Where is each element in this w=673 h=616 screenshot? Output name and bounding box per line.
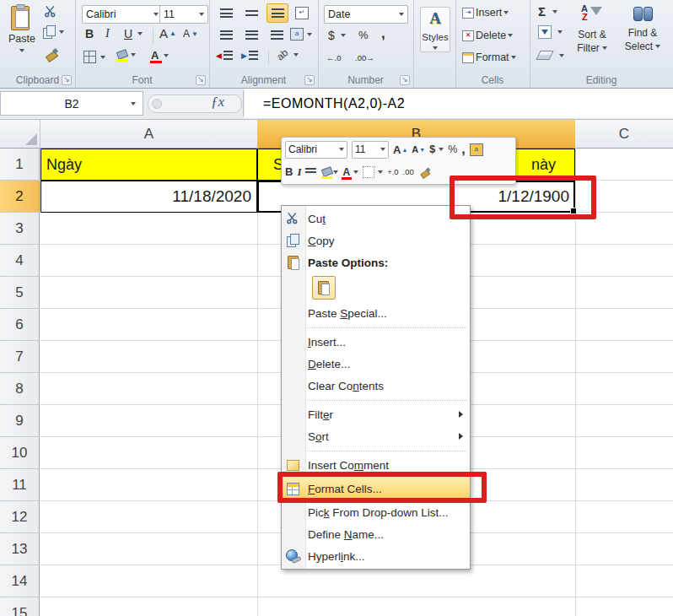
top-align-button[interactable] xyxy=(216,4,236,22)
mini-font-name-combo[interactable]: Calibri xyxy=(285,141,347,159)
copy-button[interactable] xyxy=(42,25,64,39)
name-box[interactable]: B2 xyxy=(0,91,143,116)
menu-item-paste-options[interactable]: Paste Options: xyxy=(282,251,470,273)
menu-item-paste-special[interactable]: Paste Special... xyxy=(282,302,470,324)
mini-format-painter-button[interactable] xyxy=(418,165,432,179)
paste-button[interactable]: Paste xyxy=(8,4,35,52)
cut-button[interactable] xyxy=(44,5,59,19)
clear-button[interactable] xyxy=(538,51,564,60)
row-header-1[interactable]: 1 xyxy=(0,149,40,181)
mini-grow-font-button[interactable]: A▲ xyxy=(393,143,407,156)
menu-item-copy[interactable]: Copy xyxy=(282,230,470,251)
row-header-5[interactable]: 5 xyxy=(0,277,40,309)
binoculars-icon xyxy=(632,5,654,22)
find-select-button[interactable]: Find & Select xyxy=(619,5,666,52)
paste-option-swatch[interactable] xyxy=(312,276,336,300)
number-format-combo[interactable]: Date xyxy=(324,5,408,24)
align-left-button[interactable] xyxy=(216,26,236,44)
menu-item-sort[interactable]: Sort xyxy=(282,425,470,447)
mini-increase-decimal-button[interactable]: +.0 xyxy=(387,167,398,176)
mini-percent-button[interactable]: % xyxy=(448,143,457,155)
menu-item-cut[interactable]: Cut xyxy=(282,208,470,230)
cell-a2[interactable]: 11/18/2020 xyxy=(40,181,257,213)
row-header-3[interactable]: 3 xyxy=(0,213,40,245)
increase-indent-button[interactable]: ▶ xyxy=(241,51,258,60)
formula-text: =EOMONTH(A2,0)-A2 xyxy=(263,96,405,111)
percent-style-button[interactable]: % xyxy=(358,29,369,41)
select-all-corner[interactable] xyxy=(0,120,40,149)
italic-button[interactable]: I xyxy=(105,27,110,41)
menu-item-pick-from-dropdown-list[interactable]: Pick From Drop-down List... xyxy=(282,501,470,523)
format-cells-ribbon-button[interactable]: Format xyxy=(462,51,516,63)
row-header-2[interactable]: 2 xyxy=(0,181,40,213)
menu-item-delete[interactable]: Delete... xyxy=(282,353,470,375)
font-dialog-launcher[interactable]: ↘ xyxy=(196,75,206,85)
accounting-format-button[interactable]: $ xyxy=(328,29,346,42)
decrease-decimal-button[interactable]: .00→ xyxy=(355,53,374,62)
delete-cells-button[interactable]: ✕ Delete xyxy=(462,30,513,41)
alignment-dialog-launcher[interactable]: ↘ xyxy=(304,75,315,85)
row-header-6[interactable]: 6 xyxy=(0,309,40,341)
font-name-combo[interactable]: Calibri xyxy=(82,5,163,24)
comma-style-button[interactable]: , xyxy=(381,25,385,42)
mini-fill-color-button[interactable] xyxy=(320,166,338,178)
row-header-13[interactable]: 13 xyxy=(0,533,40,565)
fill-button[interactable] xyxy=(538,25,563,39)
borders-button[interactable] xyxy=(83,51,105,63)
orientation-button[interactable]: ab xyxy=(277,49,299,61)
wrap-text-button[interactable]: ↵ xyxy=(292,4,312,22)
mini-comma-button[interactable]: , xyxy=(461,142,465,157)
row-header-8[interactable]: 8 xyxy=(0,373,40,405)
mini-merge-button[interactable]: a xyxy=(470,143,483,156)
mini-font-size-combo[interactable]: 11 xyxy=(352,141,389,159)
mini-font-color-button[interactable]: A xyxy=(342,166,358,178)
column-header-a[interactable]: A xyxy=(40,120,258,149)
insert-cells-button[interactable]: ⇥ Insert xyxy=(462,7,509,19)
clipboard-dialog-launcher[interactable]: ↘ xyxy=(62,75,72,85)
decrease-indent-button[interactable]: ◀ xyxy=(216,51,233,60)
bold-button[interactable]: B xyxy=(85,27,94,41)
menu-item-filter[interactable]: Filter xyxy=(282,403,470,425)
row-header-12[interactable]: 12 xyxy=(0,501,40,533)
fill-color-button[interactable] xyxy=(116,49,136,61)
merge-center-button[interactable]: a xyxy=(290,28,312,41)
formula-input[interactable]: =EOMONTH(A2,0)-A2 xyxy=(245,89,673,118)
mini-decrease-decimal-button[interactable]: .00 xyxy=(403,167,414,176)
row-header-4[interactable]: 4 xyxy=(0,245,40,277)
menu-item-hyperlink[interactable]: Hyperlink... xyxy=(282,545,470,567)
underline-button[interactable]: U xyxy=(124,27,143,41)
styles-button[interactable]: A Styles xyxy=(420,7,450,52)
fx-icon[interactable]: ƒx xyxy=(211,94,224,111)
font-size-combo[interactable]: 11 xyxy=(159,5,208,24)
grid-row xyxy=(40,565,673,597)
shrink-font-button[interactable]: A▼ xyxy=(183,28,198,40)
format-painter-button[interactable] xyxy=(45,47,58,61)
row-header-7[interactable]: 7 xyxy=(0,341,40,373)
center-button[interactable] xyxy=(241,26,261,44)
row-header-11[interactable]: 11 xyxy=(0,469,40,501)
mini-center-button[interactable] xyxy=(305,168,316,176)
mini-italic-button[interactable]: I xyxy=(297,165,301,179)
align-right-button[interactable] xyxy=(267,26,287,44)
row-header-14[interactable]: 14 xyxy=(0,565,40,597)
grow-font-button[interactable]: A▲ xyxy=(159,26,176,41)
sort-filter-button[interactable]: AZ Sort & Filter xyxy=(570,5,614,54)
menu-item-define-name[interactable]: Define Name... xyxy=(282,523,470,545)
mini-borders-button[interactable] xyxy=(363,166,383,178)
row-header-10[interactable]: 10 xyxy=(0,437,40,469)
bottom-align-button[interactable] xyxy=(267,3,288,23)
column-header-c[interactable]: C xyxy=(575,120,673,149)
increase-decimal-button[interactable]: ←.0 xyxy=(326,53,341,62)
mini-accounting-button[interactable]: $ xyxy=(429,143,444,155)
mini-shrink-font-button[interactable]: A▼ xyxy=(412,144,425,154)
menu-item-insert[interactable]: Insert... xyxy=(282,331,470,353)
middle-align-button[interactable] xyxy=(241,4,261,22)
number-dialog-launcher[interactable]: ↘ xyxy=(400,75,410,85)
autosum-button[interactable]: Σ xyxy=(538,4,557,19)
cell-a1[interactable]: Ngày xyxy=(40,149,257,181)
row-header-15[interactable]: 15 xyxy=(0,597,40,616)
mini-bold-button[interactable]: B xyxy=(285,165,293,178)
font-color-button[interactable]: A xyxy=(151,49,169,62)
row-header-9[interactable]: 9 xyxy=(0,405,40,437)
menu-item-clear-contents[interactable]: Clear Contents xyxy=(282,375,470,397)
